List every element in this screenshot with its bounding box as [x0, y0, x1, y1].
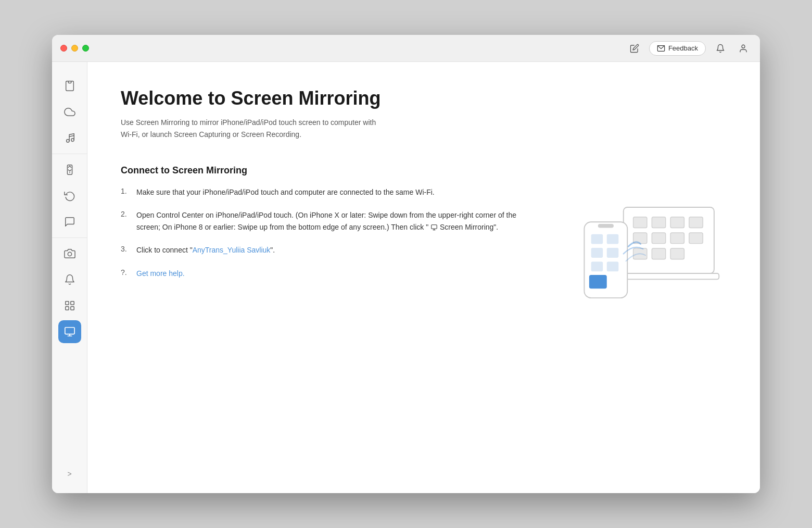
svg-rect-12 — [70, 307, 73, 310]
svg-rect-16 — [432, 225, 437, 229]
steps-container: 1. Make sure that your iPhone/iPad/iPod … — [121, 186, 727, 306]
titlebar: Feedback — [52, 35, 760, 62]
sidebar-item-notification[interactable] — [58, 268, 81, 291]
svg-rect-13 — [65, 328, 74, 334]
feedback-button[interactable]: Feedback — [649, 41, 706, 56]
svg-rect-27 — [689, 233, 703, 244]
svg-rect-34 — [591, 234, 603, 244]
sidebar-item-music[interactable] — [58, 127, 81, 149]
svg-rect-11 — [65, 307, 68, 310]
step-1-number: 1. — [121, 186, 131, 195]
help-text: Get more help. — [136, 268, 525, 279]
help-item: ?. Get more help. — [121, 268, 525, 279]
svg-rect-37 — [607, 248, 619, 258]
svg-rect-20 — [633, 217, 647, 228]
svg-rect-23 — [689, 217, 703, 228]
step-1-text: Make sure that your iPhone/iPad/iPod tou… — [136, 186, 525, 198]
connect-section-title: Connect to Screen Mirroring — [121, 165, 727, 176]
maximize-button[interactable] — [82, 45, 89, 52]
svg-rect-29 — [652, 248, 665, 259]
sidebar-item-cloud[interactable] — [58, 100, 81, 123]
edit-icon-button[interactable] — [626, 40, 643, 57]
steps-list: 1. Make sure that your iPhone/iPad/iPod … — [121, 186, 525, 279]
step-3-text: Click to connect "AnyTrans_Yuliia Savliu… — [136, 244, 525, 256]
illustration — [550, 186, 727, 306]
svg-rect-39 — [607, 261, 619, 271]
titlebar-actions: Feedback — [626, 40, 752, 57]
svg-rect-2 — [68, 81, 71, 83]
traffic-lights — [60, 45, 89, 52]
step-3-number: 3. — [121, 244, 131, 253]
svg-rect-33 — [598, 224, 614, 228]
step-2-text: Open Control Center on iPhone/iPad/iPod … — [136, 209, 525, 233]
svg-point-3 — [66, 140, 69, 143]
sidebar-item-screen-mirror[interactable] — [58, 320, 81, 343]
sidebar-group-1 — [52, 70, 87, 154]
svg-rect-10 — [70, 301, 73, 305]
svg-point-1 — [742, 45, 745, 48]
svg-point-4 — [71, 139, 74, 142]
svg-point-8 — [68, 252, 71, 256]
svg-rect-22 — [670, 217, 684, 228]
main-area: > Welcome to Screen Mirroring Use Screen… — [52, 62, 760, 493]
svg-rect-21 — [652, 217, 665, 228]
svg-rect-26 — [670, 233, 684, 244]
sidebar-item-backup[interactable] — [58, 184, 81, 207]
app-window: Feedback — [52, 35, 760, 493]
sidebar-item-clipboard[interactable] — [58, 74, 81, 97]
content-area: Welcome to Screen Mirroring Use Screen M… — [87, 62, 760, 493]
sidebar-group-3: > — [52, 238, 87, 485]
sidebar-group-2 — [52, 154, 87, 238]
svg-rect-30 — [670, 248, 684, 259]
anytrans-link[interactable]: AnyTrans_Yuliia Savliuk — [193, 246, 271, 254]
step-2-number: 2. — [121, 209, 131, 218]
svg-rect-36 — [591, 248, 603, 258]
minimize-button[interactable] — [71, 45, 78, 52]
svg-rect-31 — [618, 273, 719, 279]
svg-rect-35 — [607, 234, 619, 244]
close-button[interactable] — [60, 45, 67, 52]
get-more-help-link[interactable]: Get more help. — [136, 269, 185, 278]
svg-rect-38 — [591, 261, 603, 271]
svg-rect-40 — [589, 275, 607, 288]
sidebar-item-phone-transfer[interactable] — [58, 158, 81, 181]
help-number: ?. — [121, 268, 131, 276]
step-2: 2. Open Control Center on iPhone/iPad/iP… — [121, 209, 525, 233]
svg-rect-9 — [65, 301, 68, 305]
sidebar-expand-button[interactable]: > — [58, 466, 81, 482]
sidebar-item-appstore[interactable] — [58, 294, 81, 317]
svg-rect-25 — [652, 233, 665, 244]
bell-icon-button[interactable] — [712, 40, 729, 57]
feedback-label: Feedback — [668, 44, 698, 52]
svg-line-5 — [69, 135, 74, 136]
sidebar-item-messages[interactable] — [58, 210, 81, 233]
step-1: 1. Make sure that your iPhone/iPad/iPod … — [121, 186, 525, 198]
page-title: Welcome to Screen Mirroring — [121, 87, 727, 109]
page-subtitle: Use Screen Mirroring to mirror iPhone/iP… — [121, 117, 381, 140]
sidebar: > — [52, 62, 87, 493]
user-icon-button[interactable] — [735, 40, 752, 57]
step-3: 3. Click to connect "AnyTrans_Yuliia Sav… — [121, 244, 525, 256]
sidebar-item-photo[interactable] — [58, 242, 81, 265]
